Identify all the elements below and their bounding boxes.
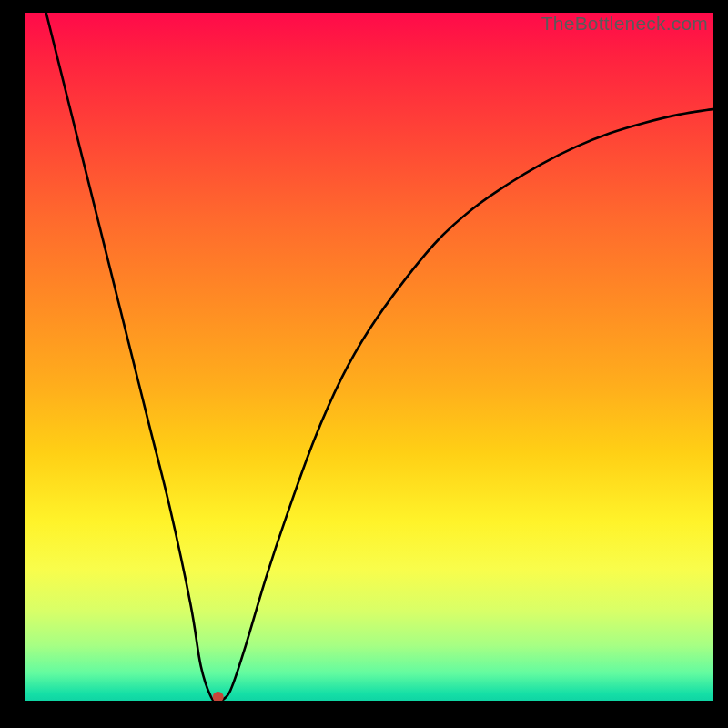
- optimum-marker: [213, 692, 224, 701]
- curve-layer: [25, 13, 713, 701]
- bottleneck-curve-path: [46, 13, 713, 701]
- plot-area: TheBottleneck.com: [25, 13, 713, 701]
- chart-frame: TheBottleneck.com: [0, 0, 728, 728]
